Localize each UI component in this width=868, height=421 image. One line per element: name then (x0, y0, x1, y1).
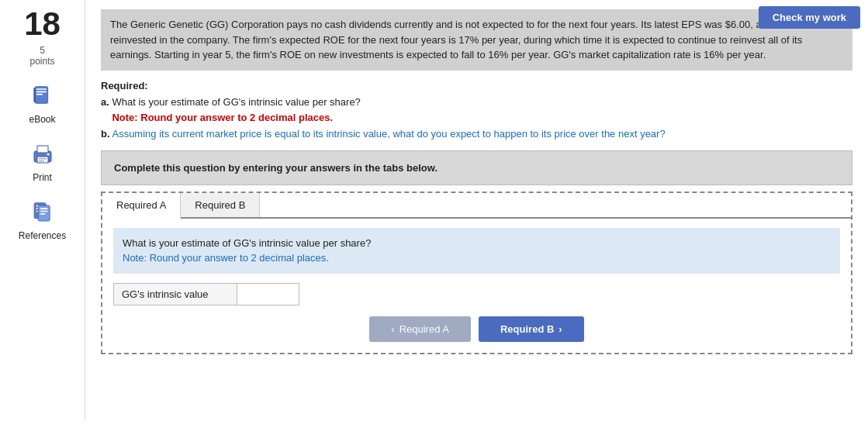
input-label: GG's intrinsic value (113, 283, 237, 305)
svg-rect-18 (40, 213, 45, 215)
sidebar: 18 5 points eBook (0, 0, 85, 421)
print-icon (28, 140, 57, 170)
tab-question-area: What is your estimate of GG's intrinsic … (113, 228, 840, 274)
svg-rect-9 (39, 160, 44, 162)
references-icon (28, 198, 57, 228)
input-row: GG's intrinsic value (113, 283, 840, 305)
svg-rect-6 (37, 146, 48, 153)
tab-question-text: What is your estimate of GG's intrinsic … (123, 237, 371, 249)
next-chevron-icon: › (558, 323, 562, 335)
part-a-text: What is your estimate of GG's intrinsic … (112, 96, 360, 108)
next-button[interactable]: Required B › (479, 316, 584, 342)
problem-text: The Generic Genetic (GG) Corporation pay… (101, 9, 852, 71)
required-heading: Required: (101, 80, 852, 91)
part-a-note: Note: Round your answer to 2 decimal pla… (112, 112, 333, 123)
required-parts: a. What is your estimate of GG's intrins… (101, 95, 852, 143)
tab-required-a[interactable]: Required A (102, 193, 181, 219)
check-my-work-button[interactable]: Check my work (759, 6, 860, 29)
svg-rect-16 (40, 208, 47, 209)
sidebar-item-ebook-label: eBook (29, 114, 55, 125)
prev-button-label: Required A (399, 323, 449, 335)
part-a-prefix: a. (101, 96, 109, 108)
part-b-text: Assuming its current market price is equ… (112, 128, 665, 140)
tab-a-content: What is your estimate of GG's intrinsic … (102, 219, 851, 353)
sidebar-item-references-label: References (19, 230, 66, 241)
main-content: Check my work The Generic Genetic (GG) C… (85, 0, 868, 421)
ebook-icon (28, 82, 57, 112)
sidebar-item-print-label: Print (33, 172, 52, 183)
svg-rect-8 (39, 158, 47, 160)
svg-rect-2 (36, 91, 46, 93)
tab-required-b[interactable]: Required B (181, 193, 260, 217)
svg-rect-4 (33, 88, 36, 102)
svg-rect-1 (36, 88, 46, 90)
svg-rect-17 (40, 211, 47, 212)
sidebar-item-references[interactable]: References (12, 198, 74, 241)
navigation-buttons: ‹ Required A Required B › (113, 316, 840, 342)
next-button-label: Required B (500, 323, 554, 335)
points-label: 5 points (29, 45, 54, 67)
sidebar-item-print[interactable]: Print (12, 140, 74, 183)
check-my-work-area: Check my work (759, 6, 860, 29)
svg-rect-7 (37, 157, 48, 163)
prev-button[interactable]: ‹ Required A (369, 316, 471, 342)
complete-banner: Complete this question by entering your … (101, 150, 852, 185)
tabs-container: Required A Required B What is your estim… (101, 192, 852, 354)
tab-note-text: Round your answer to 2 decimal places. (150, 252, 329, 264)
svg-point-10 (47, 154, 49, 156)
sidebar-item-ebook[interactable]: eBook (12, 82, 74, 125)
question-number: 18 (24, 8, 61, 40)
tabs-header: Required A Required B (102, 193, 851, 219)
intrinsic-value-input[interactable] (237, 283, 299, 305)
prev-chevron-icon: ‹ (391, 323, 394, 335)
part-b-prefix: b. (101, 128, 110, 140)
tab-note-prefix: Note: (123, 252, 150, 264)
svg-rect-3 (36, 94, 42, 95)
